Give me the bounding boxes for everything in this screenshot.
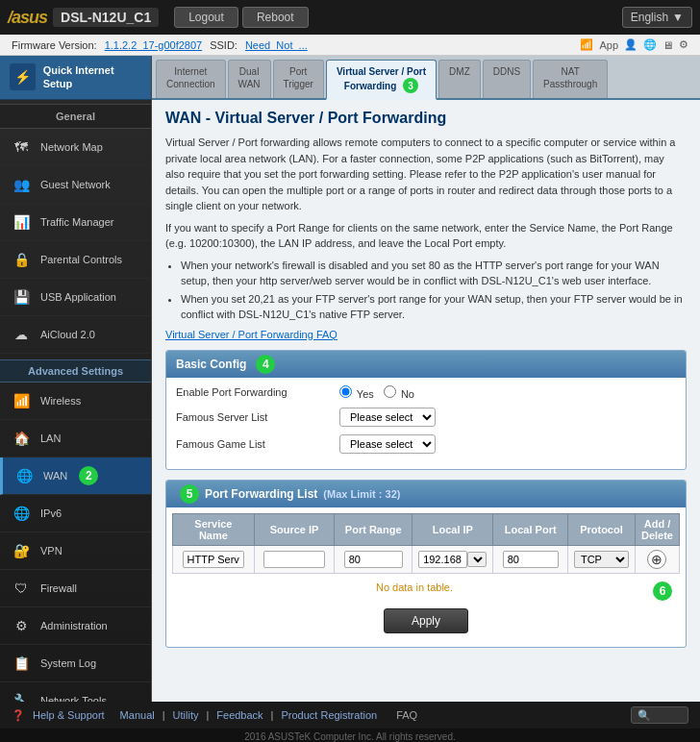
firewall-icon: 🛡 bbox=[10, 577, 33, 600]
help-icon: ❓ bbox=[12, 709, 25, 722]
model-name: DSL-N12U_C1 bbox=[53, 8, 159, 27]
td-port-range bbox=[335, 545, 412, 573]
tab-ddns[interactable]: DDNS bbox=[483, 60, 531, 98]
famous-server-row: Famous Server List Please select bbox=[176, 408, 676, 427]
port-forwarding-list-body: Service Name Source IP Port Range Local … bbox=[166, 507, 686, 647]
enable-port-forwarding-radios: Yes No bbox=[339, 385, 414, 400]
radio-yes-label[interactable]: Yes bbox=[339, 385, 374, 400]
sidebar-item-quick-setup[interactable]: ⚡ Quick Internet Setup bbox=[0, 56, 151, 100]
apply-button[interactable]: Apply bbox=[384, 608, 468, 633]
sidebar-item-network-tools[interactable]: 🔧 Network Tools bbox=[0, 682, 151, 702]
local-port-input[interactable] bbox=[503, 551, 559, 568]
sidebar-item-usb-application[interactable]: 💾 USB Application bbox=[0, 279, 151, 316]
user-icon: 👤 bbox=[624, 38, 638, 51]
tab-dual-wan[interactable]: DualWAN bbox=[228, 60, 271, 98]
wifi-icon: 📶 bbox=[580, 38, 593, 51]
famous-server-select[interactable]: Please select bbox=[339, 408, 436, 427]
sidebar-item-firewall[interactable]: 🛡 Firewall bbox=[0, 570, 151, 607]
sidebar-item-parental-controls[interactable]: 🔒 Parental Controls bbox=[0, 241, 151, 279]
sidebar-item-vpn[interactable]: 🔐 VPN bbox=[0, 532, 151, 570]
aicloud-icon: ☁ bbox=[10, 323, 33, 346]
section-badge-4: 4 bbox=[256, 355, 275, 374]
faq-link[interactable]: Virtual Server / Port Forwarding FAQ bbox=[165, 329, 687, 340]
famous-server-label: Famous Server List bbox=[176, 411, 330, 423]
faq-footer: FAQ bbox=[396, 709, 417, 721]
port-forwarding-max: (Max Limit : 32) bbox=[323, 488, 400, 500]
sidebar-item-wan[interactable]: 🌐 WAN 2 bbox=[0, 458, 151, 495]
sidebar-item-administration[interactable]: ⚙ Administration bbox=[0, 607, 151, 645]
utility-link[interactable]: Utility bbox=[173, 709, 199, 721]
copyright-bar: 2016 ASUSTeK Computer Inc. All rights re… bbox=[0, 729, 700, 742]
quick-setup-icon: ⚡ bbox=[10, 63, 36, 90]
famous-game-row: Famous Game List Please select bbox=[176, 434, 676, 454]
app-label: App bbox=[599, 39, 618, 51]
sidebar-item-lan[interactable]: 🏠 LAN bbox=[0, 420, 151, 458]
sidebar-item-guest-network[interactable]: 👥 Guest Network bbox=[0, 166, 151, 204]
description-1: Virtual Server / Port forwarding allows … bbox=[165, 135, 687, 214]
sidebar-item-label: IPv6 bbox=[40, 507, 62, 519]
th-source-ip: Source IP bbox=[254, 513, 334, 545]
sidebar-item-traffic-manager[interactable]: 📊 Traffic Manager bbox=[0, 204, 151, 241]
enable-port-forwarding-row: Enable Port Forwarding Yes No bbox=[176, 385, 676, 400]
sidebar-item-label: USB Application bbox=[40, 291, 116, 303]
td-local-port bbox=[493, 545, 567, 573]
no-data-message: No data in table. 6 bbox=[172, 574, 680, 601]
td-add-delete: ⊕ bbox=[635, 545, 679, 573]
product-registration-link[interactable]: Product Registration bbox=[281, 709, 377, 721]
sidebar-item-wireless[interactable]: 📶 Wireless bbox=[0, 383, 151, 420]
table-row: ▼ TCP UDP BOTH bbox=[173, 545, 680, 573]
local-ip-input[interactable] bbox=[418, 551, 467, 568]
top-bar: /asus DSL-N12U_C1 Logout Reboot English … bbox=[0, 0, 700, 35]
tab-navigation: InternetConnection DualWAN PortTrigger V… bbox=[152, 56, 700, 100]
radio-yes[interactable] bbox=[339, 385, 352, 398]
sidebar-item-network-map[interactable]: 🗺 Network Map bbox=[0, 129, 151, 166]
add-row-button[interactable]: ⊕ bbox=[647, 550, 666, 569]
port-range-input[interactable] bbox=[344, 551, 403, 568]
logo-area: /asus DSL-N12U_C1 bbox=[8, 8, 159, 28]
tab-virtual-server[interactable]: Virtual Server / PortForwarding 3 bbox=[326, 60, 437, 100]
basic-config-header: Basic Config 4 bbox=[166, 351, 686, 378]
local-ip-container: ▼ bbox=[418, 551, 487, 568]
network-map-icon: 🗺 bbox=[10, 136, 33, 159]
parental-controls-icon: 🔒 bbox=[10, 248, 33, 271]
main-layout: ⚡ Quick Internet Setup General 🗺 Network… bbox=[0, 56, 700, 702]
radio-no[interactable] bbox=[384, 385, 396, 398]
sidebar-item-system-log[interactable]: 📋 System Log bbox=[0, 645, 151, 682]
language-selector[interactable]: English ▼ bbox=[622, 7, 692, 28]
source-ip-input[interactable] bbox=[263, 551, 324, 568]
tab-dmz[interactable]: DMZ bbox=[438, 60, 481, 98]
protocol-select[interactable]: TCP UDP BOTH bbox=[574, 551, 629, 568]
bottom-search-input[interactable] bbox=[631, 706, 688, 724]
port-forwarding-list-header: 5 Port Forwarding List (Max Limit : 32) bbox=[166, 481, 686, 507]
sidebar-item-label: AiCloud 2.0 bbox=[40, 329, 95, 340]
basic-config-section: Basic Config 4 Enable Port Forwarding Ye… bbox=[165, 350, 687, 470]
lan-icon: 🏠 bbox=[10, 427, 33, 450]
famous-game-select[interactable]: Please select bbox=[339, 434, 436, 454]
tab-nat-passthrough[interactable]: NATPassthrough bbox=[533, 60, 608, 98]
local-ip-arrow[interactable]: ▼ bbox=[467, 552, 487, 567]
firmware-version[interactable]: 1.1.2.2_17-g00f2807 bbox=[105, 39, 203, 51]
tab-port-trigger[interactable]: PortTrigger bbox=[273, 60, 324, 98]
guest-network-icon: 👥 bbox=[10, 173, 33, 196]
sidebar-item-aicloud[interactable]: ☁ AiCloud 2.0 bbox=[0, 316, 151, 354]
vpn-icon: 🔐 bbox=[10, 539, 33, 562]
th-protocol: Protocol bbox=[567, 513, 635, 545]
help-support-link[interactable]: Help & Support bbox=[33, 709, 105, 721]
basic-config-body: Enable Port Forwarding Yes No bbox=[166, 378, 686, 469]
service-name-input[interactable] bbox=[183, 551, 245, 568]
logout-button[interactable]: Logout bbox=[174, 7, 238, 28]
monitor-icon: 🖥 bbox=[662, 39, 673, 51]
chevron-down-icon: ▼ bbox=[672, 11, 684, 24]
section-badge-6: 6 bbox=[653, 581, 672, 601]
manual-link[interactable]: Manual bbox=[120, 709, 155, 721]
tab-internet-connection[interactable]: InternetConnection bbox=[156, 60, 226, 98]
reboot-button[interactable]: Reboot bbox=[242, 7, 309, 28]
ssid-value[interactable]: Need_Not_... bbox=[245, 39, 308, 51]
radio-no-label[interactable]: No bbox=[384, 385, 414, 400]
tab-badge: 3 bbox=[403, 78, 418, 93]
settings-icon: ⚙ bbox=[679, 38, 688, 51]
sidebar-item-ipv6[interactable]: 🌐 IPv6 bbox=[0, 495, 151, 532]
pipe-2: | bbox=[206, 709, 209, 721]
sidebar-item-label: Wireless bbox=[40, 395, 81, 407]
feedback-link[interactable]: Feedback bbox=[216, 709, 262, 721]
